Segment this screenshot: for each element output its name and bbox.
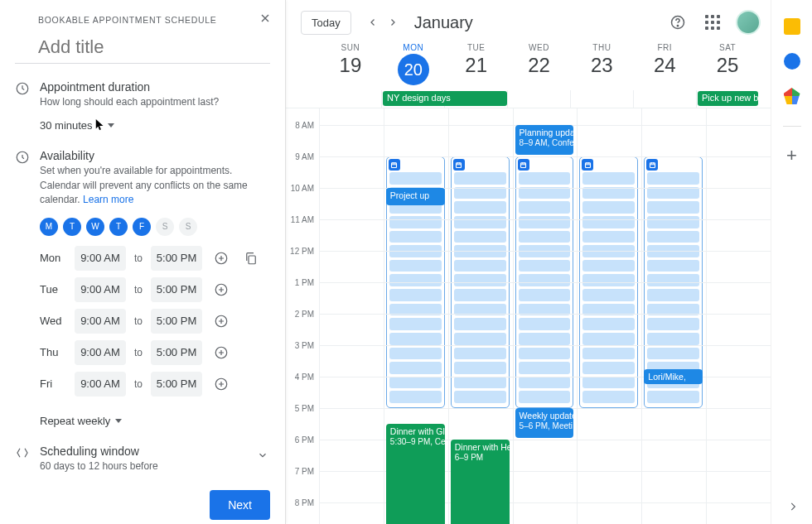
keep-icon[interactable] — [784, 18, 800, 35]
allday-cell[interactable]: NY design days — [381, 90, 444, 108]
repeat-picker[interactable]: Repeat weekly — [40, 415, 122, 427]
day-header[interactable]: SAT25 — [696, 41, 759, 90]
scheduling-window-section[interactable]: Scheduling window 60 days to 12 hours be… — [15, 445, 270, 474]
allday-cell[interactable] — [570, 90, 633, 108]
help-icon[interactable] — [666, 11, 689, 34]
end-time-input[interactable] — [151, 246, 202, 271]
event-subtitle: 5–6 PM, Meeti — [520, 421, 570, 432]
allday-event[interactable]: Pick up new bi — [698, 91, 758, 106]
avatar[interactable] — [736, 10, 761, 35]
start-time-input[interactable] — [75, 372, 126, 397]
day-header[interactable]: SUN19 — [319, 41, 382, 90]
day-pill[interactable]: T — [63, 218, 81, 236]
day-column[interactable] — [319, 108, 384, 524]
day-abbr: THU — [570, 43, 633, 52]
hour-label: 8 PM — [295, 498, 314, 507]
add-period-button[interactable] — [210, 279, 232, 300]
allday-cell[interactable] — [633, 90, 696, 108]
copy-to-all-button[interactable] — [240, 248, 262, 269]
allday-cell[interactable] — [319, 90, 381, 108]
end-time-input[interactable] — [151, 277, 202, 302]
day-pill[interactable]: S — [179, 218, 197, 236]
svg-rect-11 — [457, 162, 462, 167]
allday-cell[interactable] — [507, 90, 570, 108]
add-period-button[interactable] — [210, 373, 232, 395]
today-button[interactable]: Today — [301, 11, 351, 35]
day-column[interactable]: Planning upda8–9 AM, ConfeWeekly update5… — [513, 108, 578, 524]
duration-icon — [15, 81, 30, 132]
availability-tag-icon — [518, 159, 529, 171]
hour-label: 3 PM — [295, 341, 314, 350]
day-pill[interactable]: S — [156, 218, 174, 236]
add-period-button[interactable] — [210, 248, 232, 269]
day-number: 25 — [696, 54, 759, 77]
start-time-input[interactable] — [75, 246, 126, 271]
event-title: Weekly update — [520, 411, 570, 421]
hour-label: 6 PM — [295, 435, 314, 445]
day-pill[interactable]: F — [133, 218, 151, 236]
tasks-icon[interactable] — [784, 53, 800, 70]
day-header[interactable]: MON20 — [382, 41, 445, 90]
day-column[interactable]: Dinner with He6–9 PM — [448, 108, 513, 524]
chevron-down-icon — [115, 419, 122, 423]
end-time-input[interactable] — [151, 309, 202, 334]
day-header[interactable]: THU23 — [570, 41, 633, 90]
chevron-down-icon — [108, 123, 114, 127]
duration-section: Appointment duration How long should eac… — [15, 80, 270, 132]
day-header[interactable]: FRI24 — [633, 41, 696, 90]
day-column[interactable]: Lori/Mike, — [641, 108, 706, 524]
availability-day-label: Wed — [40, 315, 66, 327]
allday-event[interactable]: NY design days — [383, 91, 507, 106]
end-time-input[interactable] — [151, 340, 202, 365]
day-header[interactable]: WED22 — [508, 41, 571, 90]
start-time-input[interactable] — [75, 340, 126, 365]
to-label: to — [134, 252, 143, 264]
availability-row: Wedto — [40, 309, 270, 334]
next-week-button[interactable] — [383, 12, 403, 32]
day-column[interactable]: Project upDinner with Gl5:30–9 PM, Ce — [384, 108, 448, 524]
day-column[interactable] — [577, 108, 641, 524]
chevron-down-icon[interactable] — [255, 448, 270, 463]
svg-rect-10 — [392, 162, 397, 167]
calendar-event[interactable]: Dinner with He6–9 PM — [451, 440, 510, 524]
close-icon[interactable] — [255, 8, 275, 28]
hour-label: 1 PM — [295, 278, 314, 287]
availability-title: Availability — [40, 149, 270, 162]
hour-label: 10 AM — [291, 184, 314, 193]
calendar-event[interactable]: Project up — [386, 188, 445, 205]
add-period-button[interactable] — [210, 342, 232, 363]
next-button[interactable]: Next — [210, 490, 270, 520]
calendar-grid[interactable]: 8 AM9 AM10 AM11 AM12 PM1 PM2 PM3 PM4 PM5… — [286, 108, 771, 524]
duration-sub: How long should each appointment last? — [40, 95, 270, 109]
calendar-event[interactable]: Planning upda8–9 AM, Confe — [515, 125, 574, 155]
day-pill[interactable]: T — [109, 218, 128, 236]
learn-more-link[interactable]: Learn more — [83, 194, 133, 205]
event-title: Dinner with He — [455, 442, 505, 453]
hour-label: 9 AM — [295, 152, 314, 161]
addons-plus-icon[interactable]: + — [786, 145, 797, 166]
day-number: 24 — [633, 54, 696, 77]
day-header[interactable]: TUE21 — [445, 41, 508, 90]
prev-week-button[interactable] — [363, 12, 383, 32]
day-column[interactable] — [706, 108, 771, 524]
start-time-input[interactable] — [75, 277, 126, 302]
duration-picker[interactable]: 30 minutes — [40, 119, 114, 132]
end-time-input[interactable] — [151, 372, 202, 397]
calendar-event[interactable]: Lori/Mike, — [644, 369, 703, 385]
allday-cell[interactable]: Pick up new bi — [696, 90, 759, 108]
title-input[interactable] — [15, 35, 270, 64]
maps-icon[interactable] — [784, 88, 800, 104]
svg-rect-3 — [249, 256, 255, 264]
add-period-button[interactable] — [210, 310, 232, 332]
calendar-event[interactable]: Weekly update5–6 PM, Meeti — [515, 408, 574, 438]
calendar-event[interactable]: Dinner with Gl5:30–9 PM, Ce — [386, 424, 445, 524]
day-abbr: TUE — [445, 43, 508, 52]
day-pill[interactable]: W — [86, 218, 104, 236]
apps-icon[interactable] — [701, 11, 724, 34]
to-label: to — [134, 378, 143, 390]
start-time-input[interactable] — [75, 309, 126, 334]
event-subtitle: 6–9 PM — [455, 453, 505, 464]
availability-day-label: Mon — [40, 252, 66, 264]
chevron-right-icon[interactable] — [787, 501, 799, 516]
day-pill[interactable]: M — [40, 218, 58, 236]
